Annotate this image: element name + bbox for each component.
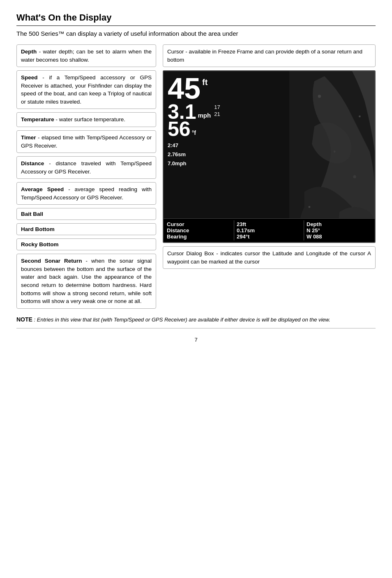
depth-separator: - <box>39 49 43 55</box>
sonar-depth-stat-label: Depth <box>307 221 371 227</box>
temperature-separator: - <box>56 116 59 123</box>
second-sonar-return-text: when the sonar signal bounces between th… <box>21 258 152 304</box>
cursor-dialog-box: Cursor Dialog Box - indicates cursor the… <box>163 246 376 269</box>
distance-box: Distance - distance traveled with Temp/S… <box>16 156 156 179</box>
speed-box: Speed - if a Temp/Speed accessory or GPS… <box>16 70 156 109</box>
note-label: NOTE <box>16 316 32 323</box>
distance-separator: - <box>49 160 55 166</box>
cursor-label: Cursor <box>167 49 184 55</box>
sonar-distance-value-stat: 0.17sm <box>237 227 301 234</box>
depth-box: Depth - water depth; can be set to alarm… <box>16 44 156 67</box>
sonar-timer-block: 2:47 2.76sm 7.0mph <box>168 141 371 168</box>
sonar-north-stat: N 25° <box>307 227 371 234</box>
sonar-temp-unit: °f <box>192 129 196 136</box>
page-subtitle: The 500 Series™ can display a variety of… <box>16 30 376 37</box>
sonar-small-num1: 17 <box>214 104 220 110</box>
sonar-bottom-right: Depth N 25° W 088 <box>304 220 374 240</box>
sonar-cursor-value: 23ft <box>237 221 301 227</box>
sonar-depth-row: 45 ft <box>168 74 371 103</box>
page-title: What's On the Display <box>16 12 376 23</box>
timer-separator: - <box>38 134 42 141</box>
sonar-timer-value: 2:47 <box>168 141 371 150</box>
sonar-small-nums: 17 21 <box>214 104 220 118</box>
sonar-middle-spacer <box>164 168 375 218</box>
cursor-dialog-label: Cursor Dialog Box <box>167 250 214 257</box>
timer-label: Timer <box>21 134 36 141</box>
left-column: Depth - water depth; can be set to alarm… <box>16 44 156 309</box>
page-number: 7 <box>194 337 197 343</box>
bait-ball-box: Bait Ball <box>16 208 156 220</box>
sonar-temp-row: 56 °f <box>168 119 371 139</box>
cursor-separator: - <box>185 49 189 55</box>
footer-divider <box>16 328 376 328</box>
right-column: Cursor - available in Freeze Frame and c… <box>163 44 376 309</box>
rocky-bottom-box: Rocky Bottom <box>16 238 156 250</box>
sonar-data-overlay: 45 ft 3.1 mph 17 21 56 <box>164 71 375 242</box>
sonar-bearing-value: 294°t <box>237 234 301 240</box>
sonar-top-section: 45 ft 3.1 mph 17 21 56 <box>164 71 375 168</box>
cursor-text: available in Freeze Frame and can provid… <box>167 49 362 63</box>
sonar-distance-label: Distance <box>167 227 231 234</box>
sonar-bearing-label: Bearing <box>167 234 231 240</box>
speed-label: Speed <box>21 74 38 81</box>
sonar-temp-value: 56 <box>168 119 191 139</box>
note-section: NOTE : Entries in this view that list (w… <box>16 315 376 324</box>
distance-label: Distance <box>21 160 44 166</box>
sonar-depth-unit: ft <box>202 78 208 87</box>
title-divider <box>16 25 376 26</box>
sonar-cursor-label: Cursor <box>167 221 231 227</box>
speed-text: if a Temp/Speed accessory or GPS Receive… <box>21 74 152 105</box>
avg-speed-box: Average Speed - average speed reading wi… <box>16 182 156 205</box>
avg-speed-label: Average Speed <box>21 186 64 192</box>
temperature-box: Temperature - water surface temperature. <box>16 112 156 127</box>
speed-separator: - <box>42 74 49 81</box>
second-sonar-return-box: Second Sonar Return - when the sonar sig… <box>16 254 156 308</box>
sonar-depth-value: 45 <box>168 74 201 103</box>
sonar-small-num2: 21 <box>214 111 220 117</box>
main-content: Depth - water depth; can be set to alarm… <box>16 44 376 309</box>
sonar-avgspeed-value: 7.0mph <box>168 159 371 168</box>
second-sonar-return-separator: - <box>85 258 91 264</box>
hard-bottom-box: Hard Bottom <box>16 223 156 235</box>
sonar-distance-value: 2.76sm <box>168 150 371 159</box>
sonar-west-stat: W 088 <box>307 234 371 240</box>
timer-box: Timer - elapsed time with Temp/Speed Acc… <box>16 130 156 153</box>
sonar-bottom-middle: 23ft 0.17sm 294°t <box>234 220 304 240</box>
depth-label: Depth <box>21 49 37 55</box>
avg-speed-separator: - <box>68 186 74 192</box>
sonar-bottom-bar: Cursor Distance Bearing 23ft 0.17sm 294°… <box>164 218 375 242</box>
cursor-info-box: Cursor - available in Freeze Frame and c… <box>163 44 376 67</box>
temperature-text: water surface temperature. <box>59 116 125 123</box>
temperature-label: Temperature <box>21 116 54 123</box>
sonar-bottom-left: Cursor Distance Bearing <box>164 220 234 240</box>
sonar-speed-unit: mph <box>198 112 211 119</box>
cursor-dialog-separator: - <box>216 250 220 257</box>
second-sonar-return-label: Second Sonar Return <box>21 258 82 264</box>
note-text: : Entries in this view that list (with T… <box>34 317 330 323</box>
page-footer: 7 <box>16 337 376 343</box>
sonar-display: 45 ft 3.1 mph 17 21 56 <box>163 70 376 243</box>
